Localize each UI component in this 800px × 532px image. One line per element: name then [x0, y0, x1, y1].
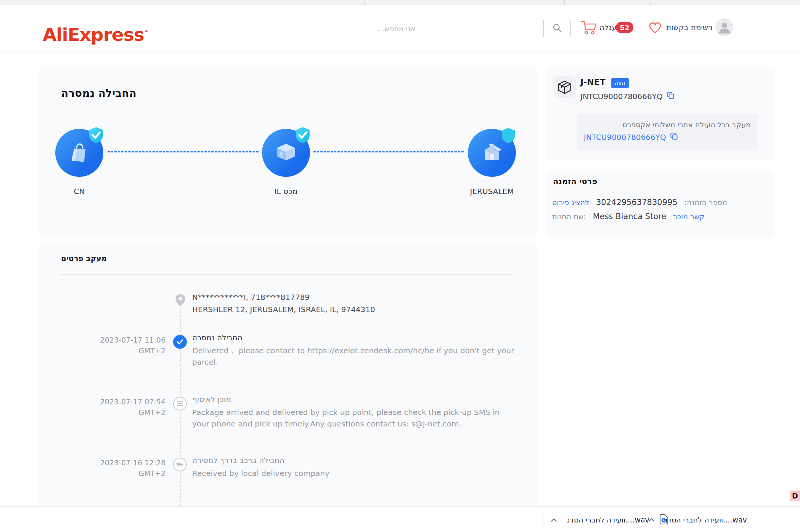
check-circle-icon — [173, 335, 187, 349]
copy-icon[interactable] — [667, 91, 675, 101]
search-bar — [372, 20, 571, 37]
tracking-number: JNTCU9000780666YQ — [580, 92, 663, 101]
browser-tabstrip — [0, 0, 800, 5]
tracking-details-title: מעקב פרטים — [61, 254, 107, 263]
tracking-details-card — [38, 244, 538, 532]
heart-icon — [647, 29, 663, 36]
event-title: מוכן לאיסוף — [192, 395, 516, 404]
banner-text: מעקב בכל העולם אחרי משלוחי אקספרס — [584, 120, 751, 129]
divider — [61, 274, 513, 275]
downloads-bar: וועידה לחברי הסדנ....wav וועידה לחברי הס… — [0, 506, 800, 532]
route-node-label: CN — [56, 187, 102, 196]
order-number-value: 3024295637830995 — [596, 198, 678, 207]
store-name-label: שם החנות: — [552, 212, 586, 221]
banner-tracking-link[interactable]: JNTCU9000780666YQ — [584, 133, 666, 142]
event-item: החבילה ברכב בדרך למסירה Received by loca… — [192, 456, 329, 479]
order-number-row: להציג פירוט 3024295637830995 :מספר הזמנה — [552, 198, 727, 207]
shield-check-icon — [295, 127, 311, 144]
copy-icon[interactable] — [670, 132, 678, 142]
order-details-title: פרטי הזמנה — [553, 177, 597, 186]
aliexpress-logo[interactable]: AliExpress™ — [43, 24, 149, 45]
download-filename[interactable]: וועידה לחברי הסדנ....wav — [567, 516, 649, 524]
recipient-line: N************I, 718****817789 — [192, 291, 375, 303]
delivery-address: N************I, 718****817789 HERSHLER 1… — [192, 291, 375, 316]
pickup-locker-icon — [173, 397, 187, 410]
delivery-truck-icon — [173, 458, 187, 471]
store-name-row: שם החנות: Mess Bianca Store קשר מוכר — [552, 212, 705, 221]
event-description: Received by local delivery company — [192, 468, 329, 479]
trademark-mark: ™ — [144, 29, 149, 35]
global-tracking-banner: מעקב בכל העולם אחרי משלוחי אקספרס JNTCU9… — [577, 114, 758, 150]
site-header: AliExpress™ עגלה 52 — [0, 5, 800, 51]
download-item[interactable]: וועידה לחברי הסדנ....wav — [648, 509, 800, 530]
order-number-label: :מספר הזמנה — [684, 198, 727, 207]
chevron-up-icon[interactable] — [551, 516, 557, 524]
tab-divider — [564, 0, 565, 5]
event-timestamp: 2023-07-16 12:28 GMT+2 — [84, 457, 165, 479]
search-button[interactable] — [543, 20, 570, 37]
contact-seller-link[interactable]: קשר מוכר — [673, 212, 705, 221]
shipment-status-title: החבילה נמסרה — [61, 87, 137, 99]
route-connector — [313, 151, 464, 152]
person-icon — [717, 19, 732, 36]
carrier-status-badge: הווה — [611, 78, 629, 88]
cart-count-badge: 52 — [616, 22, 633, 33]
divider — [543, 511, 543, 528]
store-name-value: Mess Bianca Store — [593, 212, 667, 221]
wishlist-button[interactable] — [647, 20, 663, 36]
event-timestamp: 2023-07-17 11:06 GMT+2 — [84, 335, 165, 356]
event-item: החבילה נמסרה Delivered， please contact t… — [192, 333, 516, 368]
download-filename[interactable]: וועידה לחברי הסדנ....wav — [665, 516, 747, 524]
event-description: Delivered， please contact to https://exe… — [192, 345, 516, 368]
cart-label[interactable]: עגלה — [599, 23, 617, 32]
event-item: מוכן לאיסוף Package arrived and delivere… — [192, 395, 516, 429]
shield-icon — [501, 127, 517, 145]
tab-divider — [428, 0, 428, 5]
wishlist-label[interactable]: רשימת בקשות — [666, 23, 713, 32]
account-avatar[interactable] — [715, 18, 733, 36]
package-icon — [554, 76, 576, 98]
route-connector — [108, 151, 259, 152]
tab-divider — [464, 0, 464, 5]
carrier-name: J-NET — [580, 77, 606, 87]
chevron-up-icon[interactable] — [648, 516, 655, 524]
search-input[interactable] — [372, 20, 543, 37]
route-node-label: מכס IL — [263, 187, 309, 196]
location-pin-icon — [173, 293, 187, 308]
search-icon — [552, 22, 562, 35]
view-details-link[interactable]: להציג פירוט — [552, 198, 589, 207]
event-title: החבילה נמסרה — [192, 333, 516, 342]
tab-divider — [651, 0, 651, 5]
cart-button[interactable] — [581, 19, 598, 37]
page: AliExpress™ עגלה 52 — [0, 0, 800, 532]
shield-check-icon — [88, 127, 104, 144]
event-description: Package arrived and delivered by pick up… — [192, 407, 516, 429]
cart-icon — [581, 30, 598, 37]
route-node-label: JERUSALEM — [461, 187, 522, 196]
d-extension-badge[interactable]: D — [790, 490, 800, 501]
event-timestamp: 2023-07-17 07:54 GMT+2 — [84, 396, 165, 418]
event-title: החבילה ברכב בדרך למסירה — [192, 456, 329, 465]
address-line: HERSHLER 12, JERUSALEM, ISRAEL, IL, 9744… — [192, 303, 375, 316]
tab-divider — [364, 0, 365, 5]
